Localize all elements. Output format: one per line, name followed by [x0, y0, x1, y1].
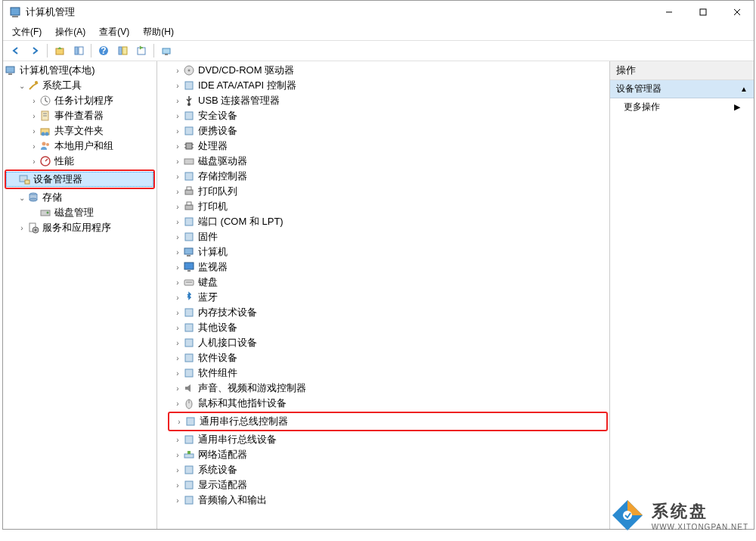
properties-button[interactable] — [114, 42, 131, 59]
disk-icon — [39, 207, 51, 219]
tree-local-users[interactable]: › 本地用户和组 — [5, 138, 155, 154]
tree-performance[interactable]: › 性能 — [5, 154, 155, 169]
menu-file[interactable]: 文件(F) — [9, 24, 45, 40]
device-list-panel[interactable]: › DVD/CD-ROM 驱动器 › IDE ATA/ATAPI 控制器 › U… — [157, 61, 610, 529]
menu-action[interactable]: 操作(A) — [52, 24, 88, 40]
device-item[interactable]: › 网络适配器 — [159, 447, 608, 462]
svg-rect-7 — [75, 47, 78, 54]
svg-rect-57 — [185, 233, 193, 241]
clock-icon — [39, 95, 51, 107]
svg-point-27 — [46, 143, 49, 146]
device-item[interactable]: › 声音、视频和游戏控制器 — [159, 381, 608, 396]
port-icon — [183, 216, 195, 228]
mouse-icon — [183, 397, 195, 409]
svg-point-24 — [42, 132, 45, 136]
tree-root[interactable]: 计算机管理(本地) — [5, 63, 155, 78]
device-item[interactable]: › 端口 (COM 和 LPT) — [159, 214, 608, 229]
device-item[interactable]: › 内存技术设备 — [159, 305, 608, 320]
content-area: 计算机管理(本地) ⌄ 系统工具 › 任务计划程序 › 事件查看器 › 共享文件… — [3, 61, 754, 529]
tree-event-viewer[interactable]: › 事件查看器 — [5, 108, 155, 123]
titlebar: 计算机管理 — [3, 1, 754, 23]
app-icon — [9, 6, 21, 18]
device-item[interactable]: › 鼠标和其他指针设备 — [159, 396, 608, 411]
refresh-button[interactable] — [133, 42, 150, 59]
tree-services[interactable]: › 服务和应用程序 — [5, 220, 155, 235]
device-item[interactable]: › 磁盘驱动器 — [159, 154, 608, 169]
monitor-icon — [183, 261, 195, 273]
device-item[interactable]: › 便携设备 — [159, 123, 608, 138]
device-item[interactable]: › 处理器 — [159, 138, 608, 154]
maximize-button[interactable] — [686, 1, 720, 23]
svg-rect-13 — [138, 48, 145, 54]
device-item[interactable]: › 打印机 — [159, 199, 608, 214]
cpu-icon — [183, 140, 195, 152]
device-item[interactable]: › 存储控制器 — [159, 169, 608, 184]
device-item[interactable]: › 打印队列 — [159, 184, 608, 199]
close-button[interactable] — [720, 1, 754, 23]
caret-right-icon: › — [17, 224, 27, 232]
device-item[interactable]: › 通用串行总线设备 — [159, 432, 608, 447]
device-item[interactable]: › 通用串行总线控制器 — [169, 414, 606, 429]
tree-shared-folders[interactable]: › 共享文件夹 — [5, 123, 155, 138]
tree-system-tools[interactable]: ⌄ 系统工具 — [5, 78, 155, 93]
tree-storage[interactable]: ⌄ 存储 — [5, 190, 155, 205]
device-item[interactable]: › USB 连接器管理器 — [159, 93, 608, 108]
forward-button[interactable] — [26, 42, 43, 59]
minimize-button[interactable] — [652, 1, 686, 23]
device-item[interactable]: › 计算机 — [159, 244, 608, 260]
tree-disk-mgmt[interactable]: 磁盘管理 — [5, 205, 155, 220]
caret-right-icon: › — [172, 157, 183, 166]
device-label: 端口 (COM 和 LPT) — [198, 215, 284, 229]
caret-right-icon: › — [172, 354, 183, 362]
menu-help[interactable]: 帮助(H) — [140, 24, 177, 40]
device-item[interactable]: › 其他设备 — [159, 320, 608, 335]
scan-button[interactable] — [158, 42, 175, 59]
device-item[interactable]: › 系统设备 — [159, 462, 608, 477]
services-icon — [27, 222, 39, 234]
tree-task-scheduler[interactable]: › 任务计划程序 — [5, 93, 155, 108]
caret-right-icon: › — [172, 400, 183, 408]
device-item[interactable]: › IDE ATA/ATAPI 控制器 — [159, 78, 608, 93]
more-actions[interactable]: 更多操作 ▶ — [610, 98, 754, 116]
actions-section[interactable]: 设备管理器 ▲ — [610, 80, 754, 98]
toolbar-sep — [91, 44, 91, 58]
up-button[interactable] — [51, 42, 68, 59]
device-label: 显示适配器 — [198, 478, 247, 492]
caret-right-icon: › — [172, 263, 183, 272]
device-item[interactable]: › 蓝牙 — [159, 290, 608, 305]
device-item[interactable]: › 显示适配器 — [159, 477, 608, 493]
device-item[interactable]: › 人机接口设备 — [159, 335, 608, 350]
menu-view[interactable]: 查看(V) — [96, 24, 132, 40]
device-item[interactable]: › 音频输入和输出 — [159, 493, 608, 508]
device-item[interactable]: › 监视器 — [159, 260, 608, 275]
svg-rect-76 — [185, 481, 193, 489]
device-label: 声音、视频和游戏控制器 — [198, 381, 306, 395]
device-label: 软件设备 — [198, 351, 237, 365]
help-button[interactable]: ? — [95, 42, 112, 59]
tree-device-manager[interactable]: 设备管理器 — [6, 172, 153, 187]
tree-label: 计算机管理(本地) — [20, 64, 95, 77]
svg-rect-16 — [6, 67, 14, 73]
caret-right-icon: › — [174, 418, 184, 426]
watermark-en: WWW.XITONGPAN.NET — [652, 523, 748, 531]
caret-right-icon: › — [29, 127, 39, 135]
device-item[interactable]: › 软件设备 — [159, 350, 608, 365]
svg-rect-50 — [184, 159, 194, 164]
tree-label: 磁盘管理 — [54, 206, 94, 219]
log-icon — [39, 110, 51, 122]
back-button[interactable] — [8, 42, 24, 59]
svg-rect-64 — [185, 309, 193, 316]
device-item[interactable]: › 固件 — [159, 229, 608, 244]
device-item[interactable]: › 软件组件 — [159, 365, 608, 381]
svg-rect-56 — [185, 218, 193, 225]
caret-right-icon: › — [172, 248, 183, 257]
device-item[interactable]: › DVD/CD-ROM 驱动器 — [159, 63, 608, 78]
left-tree-panel[interactable]: 计算机管理(本地) ⌄ 系统工具 › 任务计划程序 › 事件查看器 › 共享文件… — [3, 61, 157, 529]
device-item[interactable]: › 键盘 — [159, 275, 608, 290]
device-item[interactable]: › 安全设备 — [159, 108, 608, 123]
svg-rect-30 — [25, 180, 29, 184]
software-icon — [183, 352, 195, 364]
app-window: 计算机管理 文件(F) 操作(A) 查看(V) 帮助(H) ? 计算 — [2, 0, 754, 530]
svg-rect-51 — [185, 173, 193, 180]
show-hide-button[interactable] — [70, 42, 87, 59]
